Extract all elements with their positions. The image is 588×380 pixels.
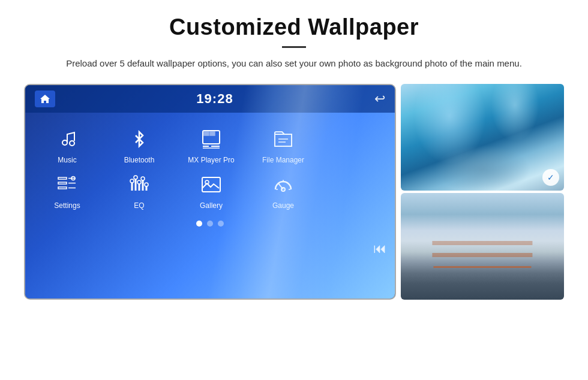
app-label-settings: Settings [54,201,80,210]
svg-rect-11 [58,187,67,189]
mx-player-icon [197,125,226,153]
app-label-gallery: Gallery [200,201,223,210]
golden-gate-image [401,193,564,300]
top-bar: 19:28 ↩ [25,85,395,113]
dot-2[interactable] [207,221,213,227]
title-divider [282,46,306,48]
dot-3[interactable] [218,221,224,227]
back-button[interactable]: ↩ [374,91,385,107]
svg-point-29 [281,188,285,191]
photo-badge: ✓ [542,169,559,186]
dots-indicator [25,221,395,227]
home-button[interactable] [35,91,55,107]
gallery-icon [197,170,226,199]
settings-icon [53,170,82,199]
app-icon-gauge[interactable]: Gauge [259,170,307,210]
svg-rect-9 [58,177,67,179]
svg-rect-26 [202,177,220,192]
apps-row-2: Settings [43,170,377,210]
ice-cave-image [401,84,564,191]
file-manager-icon [269,125,298,153]
app-label-eq: EQ [134,201,144,210]
app-icon-music[interactable]: Music [43,125,91,164]
app-icon-mx-player[interactable]: MX Player Pro [187,125,235,164]
skip-back-button[interactable]: ⏮ [373,241,386,257]
svg-point-0 [70,141,74,146]
app-label-bluetooth: Bluetooth [124,156,155,164]
svg-rect-10 [58,182,67,184]
page-wrapper: Customized Wallpaper Preload over 5 defa… [0,0,588,380]
app-label-gauge: Gauge [272,201,294,210]
icons-area: Music Bluetooth [25,113,395,216]
car-screen-inner: 19:28 ↩ [25,85,395,298]
app-icon-settings[interactable]: Settings [43,170,91,210]
app-icon-bluetooth[interactable]: Bluetooth [115,125,163,164]
app-icon-eq[interactable]: EQ [115,170,163,210]
photos-column: ✓ [401,84,564,300]
app-label-file-manager: File Manager [262,156,304,164]
dot-1[interactable] [196,221,202,227]
svg-line-28 [278,183,283,189]
app-icon-gallery[interactable]: Gallery [187,170,235,210]
bluetooth-icon [125,125,154,153]
app-icon-file-manager[interactable]: File Manager [259,125,307,164]
app-label-mx-player: MX Player Pro [188,156,234,164]
photo-bottom [401,193,564,300]
content-row: 19:28 ↩ [24,84,564,300]
app-label-music: Music [58,156,76,164]
page-title: Customized Wallpaper [169,14,419,40]
apps-row-1: Music Bluetooth [43,125,377,164]
gauge-icon [269,170,298,199]
eq-icon [125,170,154,199]
page-subtitle: Preload over 5 default wallpaper options… [66,56,522,71]
svg-rect-3 [210,132,215,135]
svg-rect-2 [204,132,209,135]
time-display: 19:28 [196,91,233,107]
photo-top: ✓ [401,84,564,191]
car-screen: 19:28 ↩ [24,84,396,300]
music-icon [53,125,82,153]
